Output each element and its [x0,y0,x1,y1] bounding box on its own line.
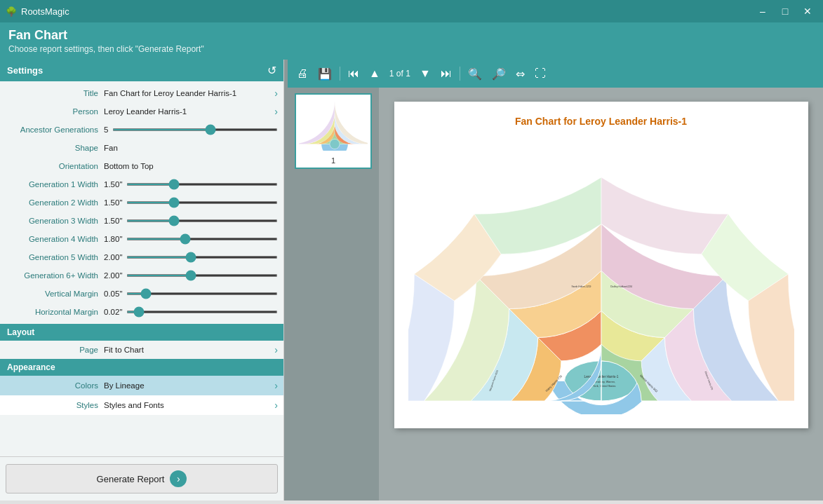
close-button[interactable]: ✕ [798,4,817,19]
titlebar-left: 🌳 RootsMagic [6,6,69,17]
fit-width-button[interactable]: ⇔ [512,65,528,83]
page-label: Page [6,346,104,354]
shape-row: Shape Fan [0,139,283,157]
horizontal-margin-value: 0.02" [104,308,278,316]
zoom-out-button[interactable]: 🔍 [464,65,486,83]
shape-label: Shape [6,144,104,152]
orientation-label: Orientation [6,162,104,170]
fan-chart-svg: Leroy Leander Harris-1 b. Queensbury, Wa… [408,134,794,414]
ancestor-generations-slider[interactable] [112,128,278,131]
gen6-width-row: Generation 6+ Width 2.00" [0,266,283,285]
zoom-in-button[interactable]: 🔎 [488,65,509,83]
vertical-margin-label: Vertical Margin [6,290,104,298]
app-subtitle: Choose report settings, then click "Gene… [8,44,815,54]
thumbnail-svg [299,97,368,151]
reset-button[interactable]: ↺ [267,64,276,77]
title-value: Fan Chart for Leroy Leander Harris-1 › [104,88,278,99]
ancestor-generations-row: Ancestor Generations 5 [0,121,283,139]
last-page-button[interactable]: ⏭ [437,65,455,82]
gen1-width-value: 1.50" [104,180,278,189]
gen3-width-value: 1.50" [104,217,278,225]
thumbnail-page-1[interactable]: 1 [295,93,372,169]
colors-value: By Lineage [104,381,274,390]
chart-title: Fan Chart for Leroy Leander Harris-1 [408,116,794,127]
gen3-width-row: Generation 3 Width 1.50" [0,212,283,230]
gen2-width-row: Generation 2 Width 1.50" [0,193,283,212]
fit-page-button[interactable]: ⛶ [531,65,549,82]
next-page-button[interactable]: ▼ [416,65,434,82]
first-page-button[interactable]: ⏮ [344,65,363,82]
styles-arrow[interactable]: › [274,400,278,411]
thumbnail-panel: 1 [288,88,379,500]
titlebar-controls: – □ ✕ [753,4,817,19]
shape-value: Fan [104,144,278,152]
generate-icon: › [170,470,187,487]
gen6-width-label: Generation 6+ Width [6,271,104,280]
colors-arrow[interactable]: › [274,380,278,391]
gen4-width-slider[interactable] [126,238,278,240]
app-name: RootsMagic [21,6,69,17]
page-indicator: 1 of 1 [387,69,413,79]
minimize-button[interactable]: – [753,4,772,19]
page-value: Fit to Chart › [104,344,278,355]
gen5-width-row: Generation 5 Width 2.00" [0,248,283,266]
gen1-width-label: Generation 1 Width [6,180,104,189]
app-title: Fan Chart [8,28,815,43]
title-arrow[interactable]: › [274,88,278,99]
titlebar: 🌳 RootsMagic – □ ✕ [0,0,823,22]
orientation-value: Bottom to Top [104,162,278,170]
gen5-width-label: Generation 5 Width [6,253,104,261]
maximize-button[interactable]: □ [775,4,795,19]
gen2-width-slider[interactable] [126,201,278,204]
thumbnail-image [299,97,368,154]
title-label: Title [6,89,104,97]
horizontal-margin-row: Horizontal Margin 0.02" [0,303,283,321]
vertical-margin-slider[interactable] [126,292,278,295]
styles-row[interactable]: Styles Styles and Fonts › [0,395,283,415]
page-arrow[interactable]: › [274,344,278,355]
preview-area: 1 Fan Chart for Leroy Leander Harris-1 L… [288,88,823,500]
styles-label: Styles [6,401,104,409]
gen2-width-value: 1.50" [104,198,278,207]
gen4-width-label: Generation 4 Width [6,235,104,243]
main-layout: Settings ↺ Title Fan Chart for Leroy Lea… [0,60,823,500]
gen2-width-label: Generation 2 Width [6,198,104,207]
person-arrow[interactable]: › [274,106,278,117]
person-label: Person [6,107,104,116]
gen3-width-slider[interactable] [126,219,278,222]
gen3-width-label: Generation 3 Width [6,217,104,225]
gen6-width-value: 2.00" [104,271,278,280]
gen4-width-value: 1.80" [104,235,278,243]
thumbnail-page-number: 1 [299,156,368,165]
generate-button[interactable]: Generate Report › [6,464,278,493]
gen5-width-slider[interactable] [126,256,278,259]
colors-row[interactable]: Colors By Lineage › [0,376,283,395]
right-panel: 🖨 💾 ⏮ ▲ 1 of 1 ▼ ⏭ 🔍 🔎 ⇔ ⛶ [288,60,823,500]
fan-chart-container: Leroy Leander Harris-1 b. Queensbury, Wa… [408,134,794,414]
chart-paper: Fan Chart for Leroy Leander Harris-1 Ler… [394,102,808,428]
chart-area[interactable]: Fan Chart for Leroy Leander Harris-1 Ler… [379,88,823,500]
page-row: Page Fit to Chart › [0,341,283,359]
toolbar-separator-2 [460,67,460,81]
appearance-section-header[interactable]: Appearance [0,359,283,376]
layout-section-header[interactable]: Layout [0,324,283,341]
prev-page-button[interactable]: ▲ [366,65,384,82]
generate-label: Generate Report [97,474,165,484]
ancestor-generations-value: 5 [104,125,278,134]
horizontal-margin-slider[interactable] [126,311,278,313]
person-row: Person Leroy Leander Harris-1 › [0,102,283,121]
save-button[interactable]: 💾 [314,65,335,83]
vertical-margin-row: Vertical Margin 0.05" [0,285,283,303]
gen1-width-row: Generation 1 Width 1.50" [0,175,283,193]
gen1-width-slider[interactable] [126,183,278,186]
styles-value: Styles and Fonts [104,401,274,409]
person-value: Leroy Leander Harris-1 › [104,106,278,117]
settings-header: Settings ↺ [0,60,283,81]
horizontal-margin-label: Horizontal Margin [6,308,104,316]
settings-label: Settings [7,65,43,76]
vertical-margin-value: 0.05" [104,290,278,298]
gen6-width-slider[interactable] [126,274,278,277]
svg-text:Sarah Hulton-1219: Sarah Hulton-1219 [571,285,591,288]
print-button[interactable]: 🖨 [293,65,312,82]
gen4-width-row: Generation 4 Width 1.80" [0,230,283,248]
